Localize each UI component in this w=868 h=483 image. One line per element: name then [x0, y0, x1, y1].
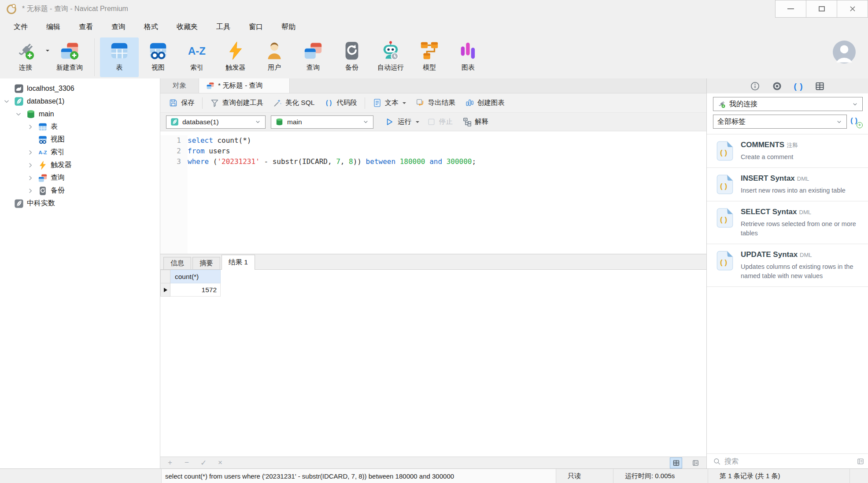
save-button[interactable]: 保存 — [164, 96, 199, 111]
braces-icon — [324, 98, 333, 108]
minimize-button[interactable] — [775, 0, 806, 18]
chevron-down-icon[interactable] — [14, 110, 23, 119]
tree-item-localhost[interactable]: localhost_3306 — [0, 82, 160, 95]
tree-item-triggers[interactable]: 触发器 — [0, 159, 160, 171]
toolbar-new-query-button[interactable]: 新建查询 — [50, 37, 89, 77]
result-grid: count(*) 1572 — [160, 270, 706, 457]
discard-changes-button[interactable]: × — [216, 458, 225, 467]
text-view-button[interactable]: 文本 — [368, 96, 411, 111]
tab-message[interactable]: 信息 — [163, 257, 191, 269]
beautify-sql-button[interactable]: 美化 SQL — [268, 96, 319, 111]
tree-item-indexes[interactable]: 索引 — [0, 146, 160, 159]
view-icon — [38, 135, 48, 145]
backup-icon — [342, 41, 362, 61]
toolbar-view-button[interactable]: 视图 — [139, 37, 177, 77]
connect-dropdown-caret-icon[interactable] — [46, 50, 49, 53]
toolbar-model-button[interactable]: 模型 — [410, 37, 449, 77]
navicat-logo-icon — [5, 3, 18, 15]
toolbar-connect-button[interactable]: 连接 — [6, 37, 45, 77]
menu-file[interactable]: 文件 — [4, 22, 37, 32]
line-number-gutter: 1 2 3 — [160, 135, 188, 254]
tree-item-views[interactable]: 视图 — [0, 133, 160, 146]
menu-edit[interactable]: 编辑 — [37, 22, 70, 32]
tab-summary[interactable]: 摘要 — [192, 257, 220, 269]
snippet-item-select[interactable]: SELECT SyntaxDML Retrieve rows selected … — [707, 201, 868, 244]
code-snippet-button[interactable]: 代码段 — [319, 96, 362, 111]
tag-filter-select[interactable]: 全部标签 — [713, 115, 847, 129]
menu-tools[interactable]: 工具 — [207, 22, 240, 32]
list-view-icon[interactable] — [857, 457, 864, 465]
form-view-toggle[interactable] — [690, 458, 701, 468]
toolbar-index-button[interactable]: 索引 — [177, 37, 216, 77]
menu-favorites[interactable]: 收藏夹 — [167, 22, 207, 32]
tab-untitled-query[interactable]: * 无标题 - 查询 — [199, 78, 290, 93]
grid-value-cell[interactable]: 1572 — [170, 283, 221, 297]
structure-grid-icon[interactable] — [815, 81, 825, 91]
tree-item-database[interactable]: database(1) — [0, 95, 160, 108]
connection-filter-select[interactable]: 我的连接 — [713, 97, 863, 111]
menu-view[interactable]: 查看 — [70, 22, 102, 32]
toolbar-trigger-button[interactable]: 触发器 — [216, 37, 255, 77]
status-bar: select count(*) from users where ('20231… — [0, 468, 868, 483]
chevron-right-icon[interactable] — [26, 186, 35, 195]
close-button[interactable] — [837, 0, 868, 18]
tree-item-zhongke-connection[interactable]: 中科实数 — [0, 197, 160, 210]
maximize-button[interactable] — [806, 0, 837, 18]
toolbar-table-button[interactable]: 表 — [100, 37, 139, 77]
export-result-button[interactable]: 导出结果 — [411, 96, 460, 111]
grid-column-header[interactable]: count(*) — [170, 270, 221, 283]
tree-item-backups[interactable]: 备份 — [0, 184, 160, 197]
menu-format[interactable]: 格式 — [135, 22, 167, 32]
grid-view-toggle[interactable] — [670, 458, 682, 468]
menu-help[interactable]: 帮助 — [272, 22, 305, 32]
menu-query[interactable]: 查询 — [102, 22, 135, 32]
toolbar-automation-button[interactable]: 自动运行 — [371, 37, 410, 77]
window-controls — [776, 0, 868, 18]
tab-result-1[interactable]: 结果 1 — [222, 255, 255, 270]
snippet-item-insert[interactable]: INSERT SyntaxDML Insert new rows into an… — [707, 168, 868, 201]
toolbar-backup-button[interactable]: 备份 — [332, 37, 371, 77]
table-icon — [38, 122, 48, 132]
chevron-right-icon[interactable] — [26, 161, 35, 170]
info-icon[interactable] — [750, 81, 760, 91]
toolbar-user-button[interactable]: 用户 — [255, 37, 294, 77]
search-input[interactable] — [724, 457, 853, 465]
model-icon — [419, 41, 440, 61]
query-builder-button[interactable]: 查询创建工具 — [205, 96, 268, 111]
toolbar-chart-button[interactable]: 图表 — [449, 37, 488, 77]
apply-changes-button[interactable]: ✓ — [199, 458, 208, 468]
user-avatar[interactable] — [833, 41, 856, 63]
snippet-item-update[interactable]: UPDATE SyntaxDML Updates columns of exis… — [707, 244, 868, 287]
snippet-item-comments[interactable]: COMMENTS注释 Create a comment — [707, 134, 868, 168]
chevron-right-icon[interactable] — [26, 174, 35, 182]
toolbar-query-button[interactable]: 查询 — [294, 37, 332, 77]
run-button[interactable]: 运行 — [385, 117, 419, 126]
tree-item-queries[interactable]: 查询 — [0, 171, 160, 184]
schema-select[interactable]: main — [271, 115, 373, 129]
chevron-right-icon[interactable] — [26, 123, 35, 131]
create-chart-button[interactable]: 创建图表 — [460, 96, 510, 111]
code-area[interactable]: select count(*) from users where ('20231… — [188, 135, 706, 254]
right-panel-tab-icons: ( ) — [707, 78, 868, 93]
record-toolbar: + − ✓ × — [160, 457, 706, 468]
tab-objects[interactable]: 对象 — [160, 78, 199, 93]
chevron-right-icon[interactable] — [26, 148, 35, 157]
preview-eye-icon[interactable] — [772, 81, 782, 91]
delete-record-button[interactable]: − — [182, 458, 191, 467]
menu-window[interactable]: 窗口 — [240, 22, 272, 32]
snippets-braces-icon[interactable]: ( ) — [794, 81, 803, 91]
grid-row[interactable]: 1572 — [161, 283, 221, 297]
new-snippet-button[interactable]: ( ) + — [850, 115, 863, 128]
explain-button[interactable]: 解释 — [462, 117, 488, 127]
tree-item-main-schema[interactable]: main — [0, 108, 160, 120]
database-select[interactable]: database(1) — [166, 115, 266, 129]
bar-chart-icon — [465, 98, 474, 108]
stop-icon — [427, 118, 436, 126]
export-icon — [416, 98, 425, 108]
add-record-button[interactable]: + — [166, 458, 174, 467]
chevron-down-icon[interactable] — [2, 97, 11, 106]
sql-editor[interactable]: 1 2 3 select count(*) from users where (… — [160, 131, 706, 254]
explain-diagram-icon — [462, 117, 472, 127]
query-toolbar: 保存 查询创建工具 美化 SQL 代码段 文本 — [160, 93, 706, 113]
tree-item-tables[interactable]: 表 — [0, 120, 160, 133]
